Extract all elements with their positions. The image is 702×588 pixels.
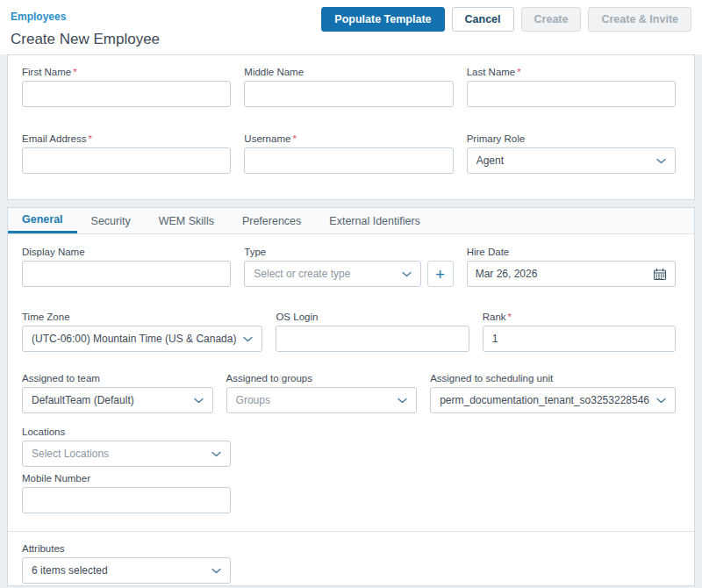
chevron-down-icon (402, 271, 412, 277)
hire-date-input[interactable]: Mar 26, 2026 (467, 261, 676, 287)
display-name-label: Display Name (22, 247, 231, 258)
chevron-down-icon (243, 336, 253, 342)
field-display-name: Display Name (22, 247, 231, 287)
primary-role-label: Primary Role (467, 133, 676, 145)
locations-placeholder: Select Locations (32, 448, 109, 460)
header-actions: Populate Template Cancel Create Create &… (321, 7, 691, 32)
required-asterisk: * (508, 312, 512, 322)
details-section: General Security WEM Skills Preferences … (7, 207, 695, 586)
page-title: Create New Employee (11, 31, 691, 48)
locations-label: Locations (22, 427, 231, 438)
type-placeholder: Select or create type (254, 268, 350, 280)
tab-bar: General Security WEM Skills Preferences … (8, 208, 694, 234)
general-row-2: Time Zone (UTC-06:00) Mountain Time (US … (22, 312, 676, 352)
create-and-invite-button[interactable]: Create & Invite (588, 7, 691, 32)
general-row-5: Mobile Number (22, 473, 676, 513)
field-time-zone: Time Zone (UTC-06:00) Mountain Time (US … (22, 312, 262, 352)
assigned-groups-placeholder: Groups (236, 394, 270, 406)
hire-date-value: Mar 26, 2026 (476, 268, 538, 280)
required-asterisk: * (517, 67, 520, 77)
cancel-button[interactable]: Cancel (452, 7, 514, 32)
field-last-name: Last Name* (467, 67, 676, 107)
time-zone-label: Time Zone (22, 312, 262, 323)
section-gap (0, 200, 702, 207)
assigned-groups-label: Assigned to groups (226, 373, 418, 384)
type-select[interactable]: Select or create type (244, 261, 420, 287)
general-tab-content: Display Name Type Select or create type … (8, 234, 694, 531)
field-mobile-number: Mobile Number (22, 473, 231, 513)
chevron-down-icon (656, 158, 666, 164)
chevron-down-icon (211, 451, 221, 457)
field-assigned-team: Assigned to team DefaultTeam (Default) (22, 373, 213, 413)
username-input[interactable] (244, 147, 453, 174)
field-assigned-scheduling-unit: Assigned to scheduling unit perm_documen… (430, 373, 676, 413)
field-hire-date: Hire Date Mar 26, 2026 (467, 247, 676, 287)
field-assigned-groups: Assigned to groups Groups (226, 373, 418, 413)
first-name-input[interactable] (22, 81, 231, 107)
assigned-team-value: DefaultTeam (Default) (32, 394, 134, 406)
mobile-number-label: Mobile Number (22, 473, 231, 484)
assigned-scheduling-unit-value: perm_documentation_tenant_so3253228546 (440, 394, 649, 406)
field-middle-name: Middle Name (244, 67, 453, 107)
primary-role-select[interactable]: Agent (467, 147, 676, 174)
field-email-address: Email Address* (22, 133, 231, 174)
general-row-4: Locations Select Locations (22, 427, 676, 467)
email-address-label: Email Address* (22, 133, 231, 145)
email-address-input[interactable] (22, 147, 231, 174)
tab-preferences[interactable]: Preferences (228, 208, 315, 233)
assigned-scheduling-unit-label: Assigned to scheduling unit (430, 373, 676, 384)
time-zone-value: (UTC-06:00) Mountain Time (US & Canada) (32, 333, 236, 345)
add-type-button[interactable]: + (427, 261, 454, 287)
locations-select[interactable]: Select Locations (22, 441, 231, 467)
os-login-input[interactable] (276, 326, 469, 352)
time-zone-select[interactable]: (UTC-06:00) Mountain Time (US & Canada) (22, 326, 262, 352)
field-attributes: Attributes 6 items selected (22, 543, 231, 584)
attributes-value: 6 items selected (32, 564, 108, 577)
tab-external-identifiers[interactable]: External Identifiers (315, 208, 434, 233)
mobile-number-input[interactable] (22, 487, 231, 513)
required-asterisk: * (89, 133, 92, 144)
page-header: Employees Populate Template Cancel Creat… (0, 0, 702, 54)
os-login-label: OS Login (276, 312, 469, 323)
tab-security[interactable]: Security (77, 208, 145, 233)
attributes-label: Attributes (22, 543, 231, 555)
first-name-label: First Name* (22, 67, 231, 78)
middle-name-input[interactable] (244, 81, 453, 107)
required-asterisk: * (73, 67, 76, 77)
general-row-1: Display Name Type Select or create type … (22, 247, 676, 287)
chevron-down-icon (194, 398, 204, 404)
field-username: Username* (244, 133, 453, 174)
attributes-section: Attributes 6 items selected (8, 532, 694, 585)
assigned-scheduling-unit-select[interactable]: perm_documentation_tenant_so3253228546 (430, 387, 676, 413)
tab-general[interactable]: General (8, 208, 77, 233)
chevron-down-icon (656, 398, 666, 404)
rank-input[interactable] (483, 326, 676, 352)
breadcrumb[interactable]: Employees (11, 11, 66, 23)
plus-icon: + (435, 266, 445, 283)
username-label: Username* (244, 133, 453, 145)
last-name-input[interactable] (467, 81, 676, 107)
display-name-input[interactable] (22, 261, 231, 287)
assigned-groups-select[interactable]: Groups (226, 387, 418, 413)
identity-row-2: Email Address* Username* Primary Role Ag… (22, 133, 676, 174)
general-row-3: Assigned to team DefaultTeam (Default) A… (22, 373, 676, 413)
identity-section: First Name* Middle Name Last Name* Email… (7, 54, 695, 200)
field-first-name: First Name* (22, 67, 231, 107)
assigned-team-select[interactable]: DefaultTeam (Default) (22, 387, 213, 413)
type-controls: Select or create type + (244, 261, 453, 287)
identity-row-1: First Name* Middle Name Last Name* (22, 67, 676, 107)
create-button[interactable]: Create (521, 7, 582, 32)
field-rank: Rank* (483, 312, 676, 352)
calendar-icon (653, 268, 667, 281)
attributes-select[interactable]: 6 items selected (22, 557, 231, 584)
rank-label: Rank* (483, 312, 676, 323)
populate-template-button[interactable]: Populate Template (321, 7, 444, 32)
field-os-login: OS Login (276, 312, 469, 352)
middle-name-label: Middle Name (244, 67, 453, 78)
field-type: Type Select or create type + (244, 247, 453, 287)
required-asterisk: * (292, 133, 296, 144)
chevron-down-icon (211, 568, 221, 574)
field-locations: Locations Select Locations (22, 427, 231, 467)
tab-wem-skills[interactable]: WEM Skills (145, 208, 228, 233)
hire-date-label: Hire Date (467, 247, 676, 258)
